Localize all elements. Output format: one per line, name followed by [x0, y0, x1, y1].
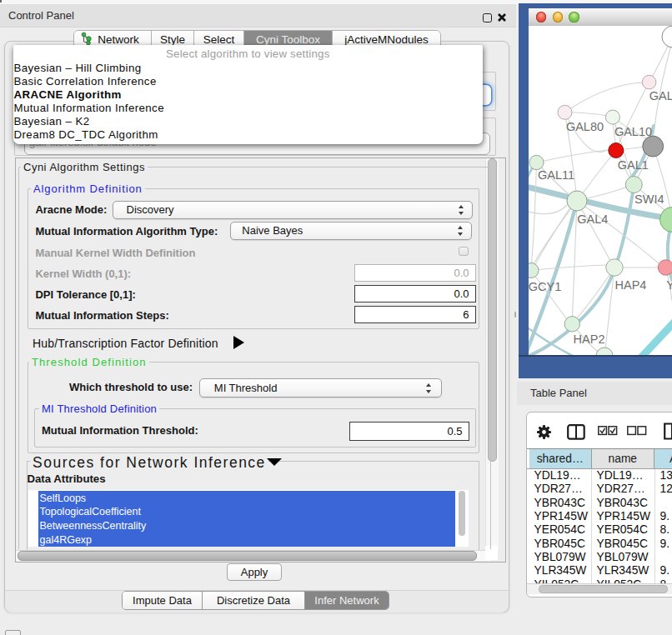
svg-text:GAL80: GAL80 — [566, 120, 604, 133]
svg-text:Y: Y — [666, 278, 672, 292]
svg-text:GAL1: GAL1 — [618, 158, 649, 172]
svg-text:GAL4: GAL4 — [577, 212, 608, 226]
svg-text:GAL11: GAL11 — [538, 168, 574, 182]
svg-text:SWI4: SWI4 — [634, 192, 664, 206]
svg-text:GAL10: GAL10 — [614, 125, 652, 138]
svg-text:HAP4: HAP4 — [615, 278, 647, 292]
svg-text:GAL7: GAL7 — [649, 89, 672, 102]
svg-text:HAP2: HAP2 — [574, 332, 605, 346]
svg-text:GCY1: GCY1 — [529, 280, 561, 293]
